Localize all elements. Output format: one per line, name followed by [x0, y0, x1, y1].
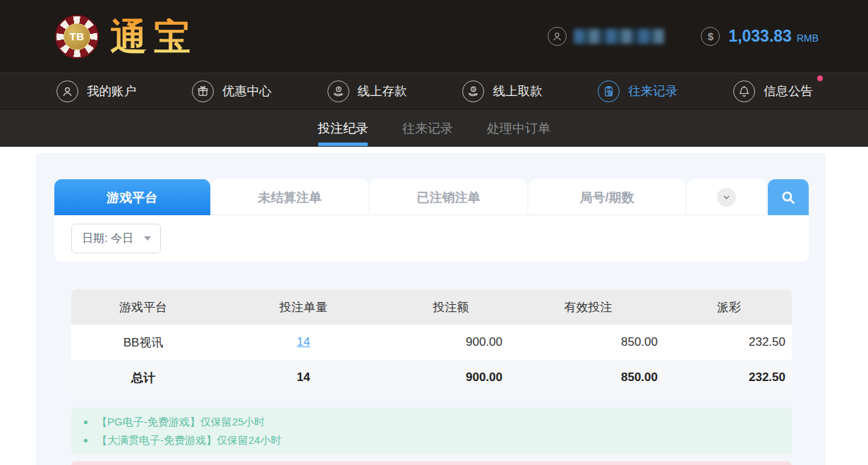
table-row: BB视讯 14 900.00 850.00 232.50 — [71, 325, 792, 360]
total-label: 总计 — [71, 370, 215, 386]
deposit-icon: ¥ — [327, 80, 349, 102]
subnav-item-betting-records[interactable]: 投注纪录 — [316, 109, 370, 147]
dollar-icon: $ — [701, 27, 720, 46]
notice-text: 【PG电子-免费游戏】仅保留25小时 — [97, 416, 265, 429]
tab-round-number[interactable]: 局号/期数 — [529, 179, 686, 215]
nav-item-deposit[interactable]: ¥ 线上存款 — [327, 80, 407, 102]
results-table: 游戏平台 投注单量 投注额 有效投注 派彩 BB视讯 14 900.00 850… — [71, 289, 792, 395]
svg-text:¥: ¥ — [337, 86, 340, 91]
main-nav: 我的账户 优惠中心 ¥ 线上存款 — [0, 73, 868, 109]
main-content: 游戏平台 未结算注单 已注销注单 局号/期数 — [0, 153, 868, 465]
nav-item-withdraw[interactable]: $ 线上取款 — [462, 80, 542, 102]
total-valid-bets: 850.00 — [510, 370, 666, 385]
subnav-label: 往来记录 — [402, 120, 453, 137]
bullet-icon — [84, 439, 88, 442]
nav-label: 线上取款 — [493, 83, 542, 99]
balance[interactable]: $ 1,033.83 RMB — [701, 27, 819, 46]
nav-item-promotions[interactable]: 优惠中心 — [192, 80, 272, 102]
balance-currency: RMB — [797, 29, 819, 44]
notification-dot — [817, 76, 823, 81]
username-redacted — [574, 29, 664, 44]
col-header-platform: 游戏平台 — [71, 299, 215, 315]
table-header-row: 游戏平台 投注单量 投注额 有效投注 派彩 — [71, 289, 792, 325]
chip-core: TB — [64, 23, 90, 50]
total-bet-count: 14 — [215, 370, 392, 385]
tab-unsettled-bets[interactable]: 未结算注单 — [212, 179, 369, 215]
poker-chip-logo-icon: TB — [55, 15, 99, 59]
gift-icon — [192, 80, 214, 102]
table-total-row: 总计 14 900.00 850.00 232.50 — [71, 360, 792, 395]
total-payout: 232.50 — [666, 370, 792, 385]
header-right: $ 1,033.83 RMB — [548, 27, 819, 46]
sub-nav: 投注纪录 往来记录 处理中订单 — [0, 109, 868, 147]
nav-label: 线上存款 — [358, 83, 407, 99]
notice-line: 【大满贯电子-免费游戏】仅保留24小时 — [71, 431, 792, 449]
date-select-value: 日期: 今日 — [82, 231, 133, 246]
balance-amount: 1,033.83 — [728, 27, 792, 46]
col-header-bet-count: 投注单量 — [215, 299, 392, 315]
content-card: 游戏平台 未结算注单 已注销注单 局号/期数 — [36, 153, 826, 465]
nav-label: 信息公告 — [764, 83, 813, 99]
cell-bet-amount: 900.00 — [392, 335, 510, 349]
date-range-select[interactable]: 日期: 今日 — [71, 224, 161, 253]
nav-item-transaction-records[interactable]: 往来记录 — [598, 80, 677, 102]
active-tab-underline — [318, 143, 368, 146]
svg-text:$: $ — [473, 86, 476, 91]
nav-label: 往来记录 — [628, 83, 677, 99]
subnav-label: 处理中订单 — [487, 120, 550, 137]
records-icon — [598, 80, 620, 102]
chevron-down-icon — [717, 188, 736, 207]
search-icon — [780, 189, 797, 206]
brand-name: 通宝 — [110, 18, 198, 55]
nav-label: 我的账户 — [87, 83, 136, 99]
user-icon — [56, 80, 78, 102]
nav-item-my-account[interactable]: 我的账户 — [56, 80, 136, 102]
cell-bet-count: 14 — [215, 335, 392, 349]
col-header-payout: 派彩 — [666, 299, 792, 315]
col-header-valid-bets: 有效投注 — [510, 299, 666, 315]
notice-line: 【PG电子-免费游戏】仅保留25小时 — [71, 413, 792, 431]
total-bet-amount: 900.00 — [392, 370, 510, 385]
cell-platform: BB视讯 — [71, 334, 215, 351]
cell-valid-bets: 850.00 — [510, 335, 666, 349]
tab-cancelled-bets[interactable]: 已注销注单 — [370, 179, 527, 215]
cell-payout: 232.50 — [666, 335, 792, 349]
bullet-icon — [84, 421, 88, 424]
tab-game-platform[interactable]: 游戏平台 — [54, 179, 210, 215]
subnav-item-transaction-records[interactable]: 往来记录 — [401, 109, 454, 147]
user-icon — [548, 27, 567, 46]
user-account[interactable] — [548, 27, 664, 46]
page: TB 通宝 $ 1,033.83 RMB — [0, 0, 868, 465]
col-header-bet-amount: 投注额 — [392, 299, 510, 315]
nav-label: 优惠中心 — [222, 83, 272, 99]
app-header: TB 通宝 $ 1,033.83 RMB — [0, 0, 868, 73]
search-button[interactable] — [768, 179, 809, 215]
nav-item-announcements[interactable]: 信息公告 — [733, 80, 813, 102]
subnav-label: 投注纪录 — [318, 120, 368, 137]
maintenance-alert-box[interactable]: 【皇冠体育-游戏维护中】查看维护时间 — [71, 461, 792, 465]
tab-more-dropdown[interactable] — [687, 179, 766, 215]
filter-tab-row: 游戏平台 未结算注单 已注销注单 局号/期数 — [54, 179, 809, 215]
bell-icon — [733, 80, 755, 102]
caret-down-icon — [144, 236, 151, 241]
withdraw-icon: $ — [462, 80, 484, 102]
notice-text: 【大满贯电子-免费游戏】仅保留24小时 — [97, 434, 282, 447]
notice-info-box: 【PG电子-免费游戏】仅保留25小时 【大满贯电子-免费游戏】仅保留24小时 — [71, 408, 792, 454]
subnav-item-processing-orders[interactable]: 处理中订单 — [486, 109, 552, 147]
date-filter-row: 日期: 今日 — [54, 215, 809, 262]
bet-count-link[interactable]: 14 — [297, 335, 311, 349]
brand-logo[interactable]: TB 通宝 — [55, 15, 198, 59]
